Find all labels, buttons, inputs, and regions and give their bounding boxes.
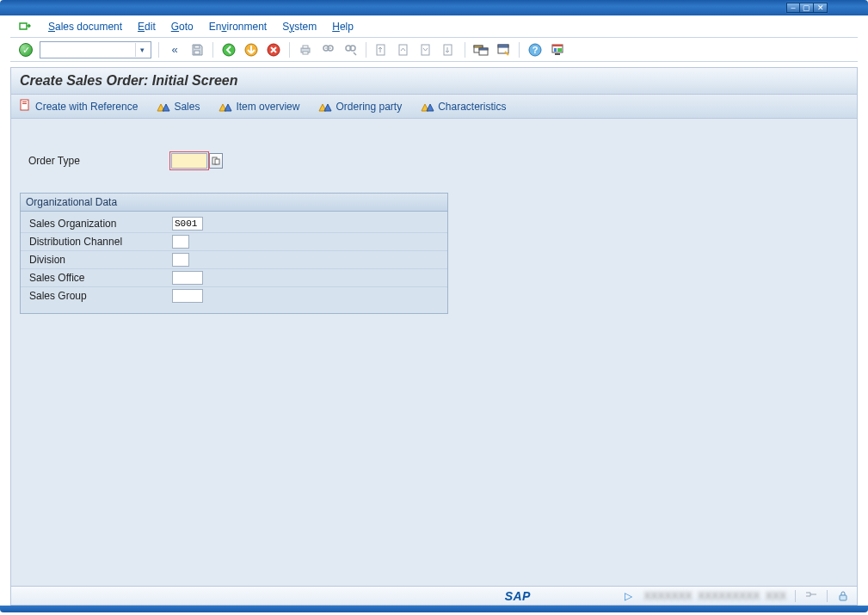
svg-rect-29: [555, 53, 560, 55]
window-maximize-button[interactable]: ▢: [800, 3, 814, 13]
menu-goto[interactable]: Goto: [171, 21, 194, 33]
prev-page-button[interactable]: [396, 41, 413, 58]
sales-group-row: Sales Group: [21, 286, 447, 304]
window-titlebar: – ▢ ✕: [0, 0, 868, 15]
help-button[interactable]: ?: [526, 41, 544, 58]
back-history-button[interactable]: «: [166, 41, 183, 58]
status-lock-icon[interactable]: [836, 589, 850, 603]
sales-office-label: Sales Office: [26, 272, 172, 284]
sales-button[interactable]: Sales: [157, 101, 200, 113]
create-with-reference-button[interactable]: Create with Reference: [20, 99, 138, 114]
sales-group-input[interactable]: [172, 289, 203, 303]
distribution-channel-input[interactable]: [172, 235, 189, 249]
division-row: Division: [21, 250, 447, 268]
svg-rect-31: [22, 101, 27, 102]
toolbar-separator: [366, 42, 366, 58]
menu-environment[interactable]: Environment: [209, 21, 267, 33]
menu-edit[interactable]: Edit: [138, 21, 156, 33]
sales-organization-label: Sales Organization: [26, 218, 172, 230]
menubar: Sales document Edit Goto Environment Sys…: [10, 15, 858, 38]
status-nav-icon[interactable]: ▷: [622, 589, 636, 603]
division-input[interactable]: [172, 253, 189, 267]
window-bottom-frame: [0, 606, 868, 612]
status-server-info: XXXXXXX XXXXXXXXX XXX: [644, 590, 786, 602]
overview-icon: [318, 101, 332, 112]
system-toolbar: ✓ ▾ «: [10, 38, 858, 62]
order-type-input[interactable]: [171, 153, 207, 169]
svg-rect-26: [552, 45, 563, 46]
status-bar: SAP ▷ XXXXXXX XXXXXXXXX XXX: [11, 586, 857, 605]
toolbar-separator: [289, 42, 290, 58]
svg-rect-27: [554, 48, 557, 52]
next-page-button[interactable]: [418, 41, 435, 58]
svg-rect-30: [21, 100, 28, 110]
find-next-button[interactable]: [342, 41, 359, 58]
print-button[interactable]: [297, 41, 314, 58]
overview-icon: [219, 101, 232, 112]
back-button[interactable]: [220, 41, 237, 58]
ordering-party-label: Ordering party: [336, 101, 402, 113]
menu-command-icon[interactable]: [17, 19, 33, 34]
page-title: Create Sales Order: Initial Screen: [11, 68, 857, 95]
sales-office-input[interactable]: [172, 271, 203, 285]
order-type-label: Order Type: [25, 155, 171, 167]
enter-button[interactable]: ✓: [17, 41, 34, 58]
sales-organization-input[interactable]: [172, 217, 203, 231]
create-with-reference-label: Create with Reference: [35, 101, 138, 113]
content-body: Order Type Organizational Data Sales Org…: [11, 119, 857, 605]
distribution-channel-label: Distribution Channel: [26, 236, 172, 248]
svg-rect-2: [194, 51, 200, 54]
svg-rect-18: [474, 46, 483, 47]
command-field-dropdown-icon[interactable]: ▾: [135, 43, 149, 57]
sales-group-label: Sales Group: [26, 290, 172, 302]
exit-button[interactable]: [243, 41, 260, 58]
sap-logo: SAP: [505, 589, 531, 603]
svg-point-3: [223, 44, 235, 56]
svg-rect-7: [303, 46, 308, 48]
sales-organization-row: Sales Organization: [21, 215, 447, 232]
save-button[interactable]: [188, 41, 206, 58]
svg-rect-34: [215, 159, 219, 164]
window-minimize-button[interactable]: –: [786, 3, 800, 13]
menu-system[interactable]: System: [282, 21, 317, 33]
application-toolbar: Create with Reference Sales Item overvie…: [11, 95, 857, 119]
menu-sales-document[interactable]: Sales document: [48, 21, 122, 33]
svg-rect-8: [303, 52, 308, 54]
characteristics-label: Characteristics: [438, 101, 506, 113]
ordering-party-button[interactable]: Ordering party: [318, 101, 402, 113]
svg-rect-1: [194, 46, 200, 48]
svg-rect-35: [840, 595, 846, 600]
order-type-row: Order Type: [20, 153, 848, 169]
svg-rect-20: [479, 48, 488, 50]
overview-icon: [421, 101, 434, 112]
svg-rect-22: [498, 45, 508, 47]
item-overview-label: Item overview: [236, 101, 299, 113]
order-type-search-help-button[interactable]: [209, 153, 223, 169]
svg-rect-14: [399, 45, 407, 55]
window-close-button[interactable]: ✕: [814, 3, 828, 13]
characteristics-button[interactable]: Characteristics: [421, 101, 506, 113]
layout-menu-button[interactable]: [549, 41, 566, 58]
sales-label: Sales: [174, 101, 200, 113]
organizational-data-header: Organizational Data: [21, 194, 447, 212]
statusbar-separator: [827, 590, 828, 602]
toolbar-separator: [465, 42, 465, 58]
toolbar-separator: [519, 42, 520, 58]
shortcut-button[interactable]: [495, 41, 512, 58]
item-overview-button[interactable]: Item overview: [219, 101, 299, 113]
division-label: Division: [26, 254, 172, 266]
last-page-button[interactable]: [440, 41, 458, 58]
organizational-data-group: Organizational Data Sales Organization D…: [20, 193, 448, 314]
cancel-button[interactable]: [265, 41, 282, 58]
menu-help[interactable]: Help: [332, 21, 354, 33]
first-page-button[interactable]: [373, 41, 391, 58]
svg-text:?: ?: [532, 45, 539, 55]
document-reference-icon: [20, 99, 32, 114]
command-field[interactable]: ▾: [40, 41, 151, 58]
toolbar-separator: [212, 42, 213, 58]
find-button[interactable]: [319, 41, 336, 58]
new-session-button[interactable]: [472, 41, 489, 58]
overview-icon: [157, 101, 170, 112]
svg-rect-15: [422, 45, 429, 55]
status-tree-icon[interactable]: [804, 589, 818, 603]
